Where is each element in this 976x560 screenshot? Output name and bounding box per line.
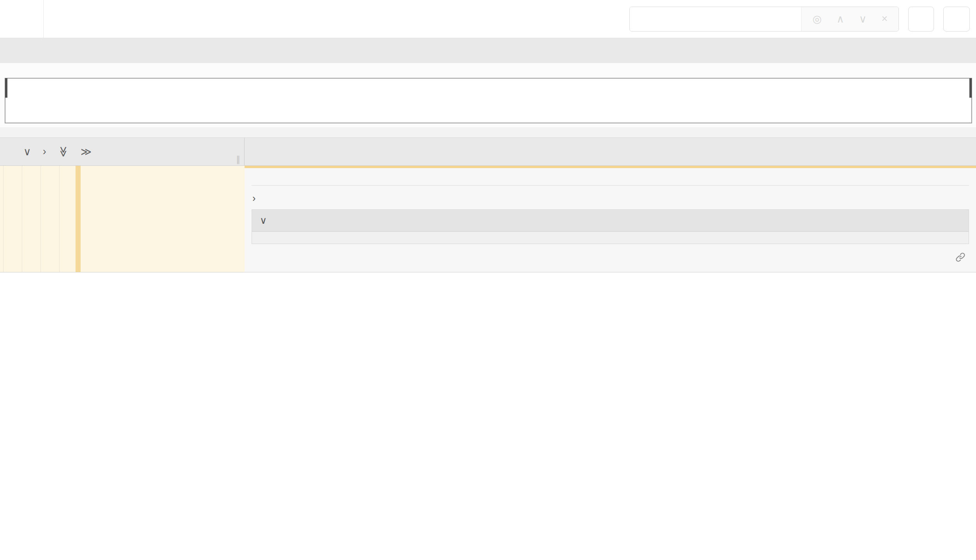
span-id-row <box>252 244 969 268</box>
expand-one-icon[interactable]: › <box>43 146 46 158</box>
tags-toggle-row[interactable]: › <box>252 186 969 209</box>
trace-view-selector[interactable] <box>943 7 970 32</box>
find-input[interactable] <box>630 7 801 31</box>
back-button[interactable] <box>0 0 44 38</box>
minimap-left-scrubber[interactable] <box>5 78 7 98</box>
span-rows-region: › ∨ <box>0 166 976 560</box>
minimap-footer <box>5 123 972 127</box>
expand-all-icon[interactable]: ≫ <box>57 146 70 157</box>
chevron-right-icon: › <box>252 193 255 204</box>
collapse-one-icon[interactable]: ∨ <box>23 146 31 158</box>
prev-result-icon[interactable]: ∧ <box>837 13 844 25</box>
logs-section: ∨ <box>252 209 969 244</box>
chevron-down-icon: ∨ <box>260 215 267 226</box>
collapse-all-icon[interactable]: ≫ <box>81 146 92 158</box>
next-result-icon[interactable]: ∨ <box>859 13 867 25</box>
service-operation-header: ∨ › ≫ ≫ ∥ <box>0 138 245 165</box>
link-icon[interactable] <box>955 252 966 263</box>
trace-stats-bar <box>0 38 976 63</box>
locate-icon[interactable]: ◎ <box>812 13 822 25</box>
find-group: ◎ ∧ ∨ × <box>629 7 899 32</box>
minimap-bars <box>5 79 971 122</box>
minimap-tick-labels <box>0 65 976 78</box>
span-detail-panel: › ∨ <box>0 166 976 272</box>
minimap-spacer <box>0 127 976 137</box>
minimap-right-scrubber[interactable] <box>969 78 972 98</box>
app-header: ◎ ∧ ∨ × <box>0 0 976 38</box>
minimap-canvas[interactable] <box>5 78 972 123</box>
header-controls: ◎ ∧ ∨ × <box>629 7 976 32</box>
logs-footnote <box>252 232 969 244</box>
keyboard-shortcuts-button[interactable] <box>908 7 934 32</box>
span-detail-main: › ∨ <box>245 166 976 272</box>
find-suffix: ◎ ∧ ∨ × <box>801 7 898 31</box>
column-resizer-grip[interactable]: ∥ <box>236 154 240 165</box>
selected-span-guide <box>76 166 81 272</box>
span-detail-left-gutter <box>0 166 245 272</box>
timeline-axis-header <box>245 138 976 165</box>
timeline-grid-header: ∨ › ≫ ≫ ∥ <box>0 137 976 166</box>
clear-find-icon[interactable]: × <box>881 13 888 25</box>
logs-header[interactable]: ∨ <box>252 210 969 232</box>
trace-minimap <box>0 63 976 137</box>
